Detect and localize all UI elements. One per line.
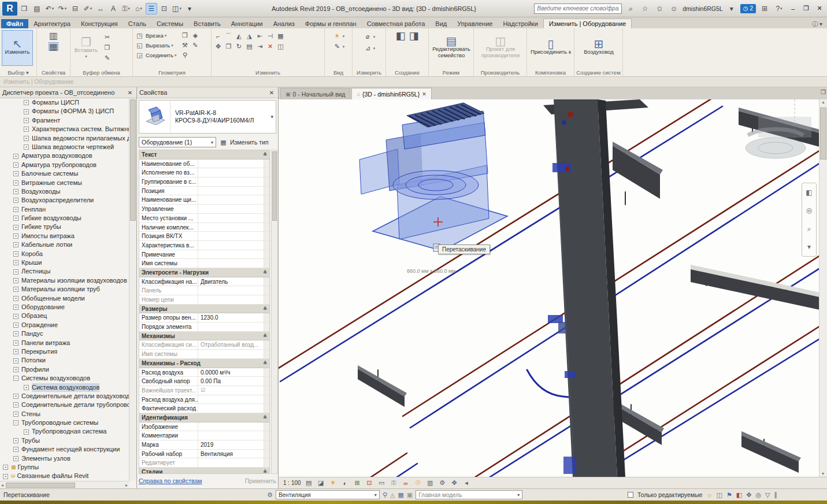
expand-icon[interactable] — [13, 340, 18, 346]
expand-icon[interactable] — [24, 429, 29, 435]
tree-item[interactable]: Генплан — [0, 205, 129, 214]
property-row-checkbox[interactable]: Важнейшая траект...☑ — [139, 386, 269, 395]
expand-icon[interactable] — [24, 144, 29, 150]
property-row[interactable]: Группирование в с... — [139, 177, 269, 187]
expand-icon[interactable] — [13, 171, 18, 176]
tree-item[interactable]: Системы воздуховодов — [0, 374, 129, 383]
move-icon[interactable]: ✥ — [213, 42, 223, 51]
align-icon[interactable]: ⌐ — [213, 32, 223, 40]
view-cube-icon[interactable]: ◧ — [806, 188, 812, 197]
property-row[interactable]: Управление — [139, 205, 269, 214]
expand-icon[interactable] — [13, 456, 18, 461]
tab-addins[interactable]: Надстройки — [498, 19, 543, 28]
user-icon[interactable]: ☺ — [668, 3, 680, 14]
tab-modify-equipment[interactable]: Изменить | Оборудование — [543, 18, 632, 28]
tree-item[interactable]: Арматура трубопроводов — [0, 161, 129, 169]
selection-count-icon[interactable]: ∥ — [774, 491, 777, 499]
tree-item[interactable]: Балочные системы — [0, 169, 129, 178]
tree-item[interactable]: Соединительные детали воздуховодо — [0, 392, 129, 401]
expand-icon[interactable] — [3, 474, 8, 479]
type-properties-icon[interactable]: ▥ — [49, 31, 58, 40]
expand-icon[interactable] — [24, 127, 29, 132]
create-similar-icon[interactable]: ◨ — [409, 31, 419, 40]
tree-item[interactable]: Профили — [0, 365, 129, 374]
tree-item[interactable]: Трубопроводные системы — [0, 418, 129, 427]
expand-icon[interactable] — [13, 154, 18, 159]
sun-path-icon[interactable]: ☀ — [329, 479, 338, 487]
edit-family-button[interactable]: ▤Редактировать семейство — [431, 30, 472, 66]
render-icon[interactable]: ◫▾ — [171, 3, 183, 14]
expand-icon[interactable] — [3, 465, 8, 470]
tree-item[interactable]: Стены — [0, 410, 129, 418]
mirror-axis-icon[interactable]: ◭ — [234, 32, 244, 40]
section-header[interactable]: Текст≙ — [139, 150, 269, 160]
selected-fan-unit[interactable] — [359, 103, 507, 251]
redo-icon[interactable]: ↷▾ — [57, 3, 68, 14]
tree-item[interactable]: Обобщенные модели — [0, 294, 129, 303]
close-icon[interactable]: ✕ — [126, 90, 134, 96]
search-input[interactable] — [534, 3, 622, 14]
property-row[interactable]: Имя системы — [139, 259, 269, 268]
expand-icon[interactable] — [13, 242, 18, 247]
print-icon[interactable]: ⊟ — [69, 3, 81, 14]
property-row[interactable]: Место установки ... — [139, 214, 269, 223]
tab-steel[interactable]: Сталь — [123, 19, 151, 28]
demolish-icon[interactable]: ⚲ — [180, 51, 190, 60]
tree-item[interactable]: Гибкие трубы — [0, 223, 129, 231]
expand-icon[interactable] — [24, 118, 29, 123]
copy-icon[interactable]: ❐ — [102, 43, 112, 52]
section-header[interactable]: Стадии≙ — [139, 468, 269, 474]
tree-item[interactable]: Элементы узлов — [0, 454, 129, 463]
detail-level-icon[interactable]: ▤ — [305, 479, 313, 487]
tree-item-revit-links[interactable]: ⛀Связанные файлы Revit — [0, 472, 129, 480]
property-row[interactable]: Фактический расход — [139, 404, 269, 413]
measure-icon[interactable]: ✐▾ — [82, 3, 94, 14]
temporary-isolate-icon[interactable]: ∞ — [402, 480, 410, 487]
expand-icon[interactable] — [13, 305, 18, 310]
undo-icon[interactable]: ↶▾ — [44, 3, 55, 14]
properties-header[interactable]: Свойства ✕ — [137, 87, 278, 98]
type-dropdown-icon[interactable]: ▾ — [270, 114, 273, 120]
tab-massing-site[interactable]: Формы и генплан — [300, 19, 362, 28]
render-dialog-icon[interactable]: ⊞ — [353, 479, 362, 487]
ribbon-options-icon[interactable]: ⓘ ▾ — [812, 20, 822, 28]
worksharing-display-icon[interactable]: ▥ — [426, 479, 435, 487]
property-row[interactable]: Наименование об... — [139, 160, 269, 169]
trim-icon[interactable]: ⊣ — [265, 32, 275, 40]
tree-item-selected[interactable]: Система воздуховодов — [0, 383, 129, 392]
tab-insert[interactable]: Вставить — [188, 19, 226, 28]
editable-only-checkbox[interactable] — [628, 492, 633, 498]
join-button[interactable]: ◲Соединить▾ — [135, 51, 176, 60]
expand-icon[interactable] — [24, 385, 29, 390]
hide-icon[interactable]: ☀ — [332, 32, 342, 40]
pin-icon[interactable]: ⇥ — [255, 42, 265, 51]
panel-label-select[interactable]: Выбор ▾ — [0, 69, 36, 76]
tab-annotate[interactable]: Аннотации — [226, 19, 268, 28]
scroll-tabs-icon[interactable]: ◂ — [462, 479, 471, 487]
close-view-icon[interactable]: ✕ — [422, 91, 427, 97]
expand-icon[interactable] — [13, 180, 18, 186]
expand-icon[interactable] — [13, 314, 18, 319]
tab-collaborate[interactable]: Совместная работа — [362, 19, 431, 28]
cope-button[interactable]: ◳Врезка▾ — [135, 31, 176, 40]
expand-icon[interactable] — [13, 189, 18, 194]
split-face-icon[interactable]: ⚒ — [180, 41, 190, 50]
show-crop-icon[interactable]: ▭ — [377, 479, 386, 487]
worksets-icon[interactable]: ▦ — [398, 491, 403, 499]
model-canvas[interactable]: Перетаскивание 860.0 мм x 860.0 мм ◧ ◎ ⌕… — [279, 99, 827, 477]
tree-item[interactable]: Гибкие воздуховоды — [0, 214, 129, 223]
scroll-right-icon[interactable]: ▸ — [125, 483, 128, 488]
tree-item[interactable]: Короба — [0, 250, 129, 258]
select-pinned-icon[interactable]: ◎ — [755, 491, 761, 499]
type-selector-preview[interactable]: VR-PatAIR-K-8 КРОС9-8-ДУ/4/АИР160М4/Л ▾ — [139, 100, 276, 134]
expand-icon[interactable] — [13, 394, 18, 399]
property-row[interactable]: Расход воздуха0.0000 м³/ч — [139, 368, 269, 377]
tree-item[interactable]: Импосты витража — [0, 232, 129, 240]
expand-icon[interactable] — [13, 412, 18, 417]
revit-logo-icon[interactable]: R — [2, 2, 17, 16]
unlock-view-icon[interactable]: ⚿ — [390, 479, 398, 487]
property-row[interactable]: Изображение — [139, 423, 269, 432]
expand-icon[interactable] — [13, 296, 18, 301]
properties-help-link[interactable]: Справка по свойствам — [139, 477, 202, 484]
array-icon[interactable]: ▤ — [244, 42, 254, 51]
